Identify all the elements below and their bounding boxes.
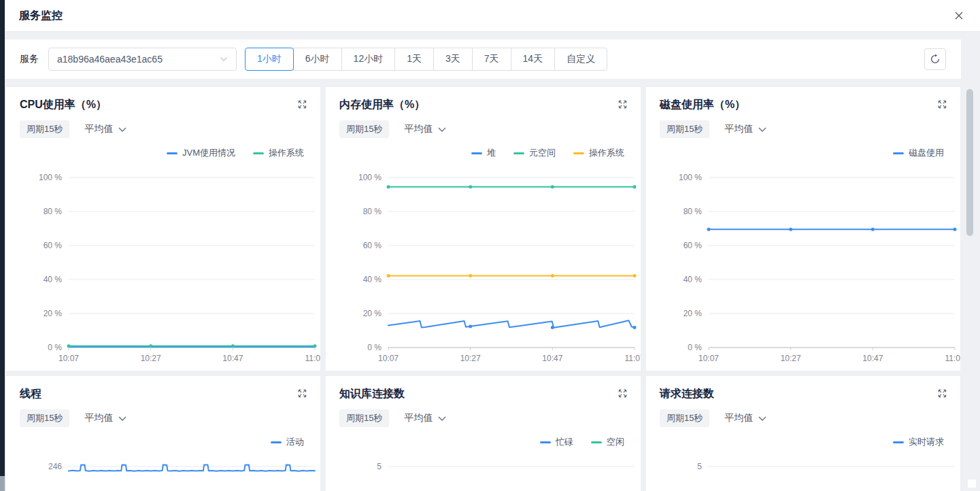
period-badge: 周期15秒 — [339, 120, 389, 138]
filter-toolbar: 服务 a18b96a46aea43e1ac65 1小时6小时12小时1天3天7天… — [5, 39, 961, 79]
aggregation-value: 平均值 — [404, 412, 433, 424]
aggregation-select[interactable]: 平均值 — [724, 412, 766, 424]
svg-text:11:07: 11:07 — [305, 354, 320, 363]
svg-text:10:07: 10:07 — [698, 354, 719, 363]
chart-panel-2: 磁盘使用率（%） 周期15秒 平均值 — [646, 87, 960, 371]
legend-label: 忙碌 — [556, 436, 573, 448]
svg-text:246: 246 — [48, 462, 62, 471]
legend-dash — [253, 152, 264, 154]
legend-item[interactable]: 堆 — [471, 147, 496, 159]
legend-label: 堆 — [487, 147, 496, 159]
expand-icon[interactable] — [938, 100, 947, 109]
time-range-button-1[interactable]: 6小时 — [293, 48, 342, 71]
legend-dash — [893, 441, 904, 443]
period-badge: 周期15秒 — [20, 409, 69, 427]
period-badge: 周期15秒 — [20, 120, 69, 138]
time-range-button-4[interactable]: 3天 — [433, 48, 473, 71]
legend-item[interactable]: 操作系统 — [573, 147, 624, 159]
legend-item[interactable]: 活动 — [271, 436, 304, 448]
svg-text:20 %: 20 % — [683, 309, 703, 318]
aggregation-value: 平均值 — [404, 123, 433, 135]
chart-legend: 磁盘使用 — [660, 146, 947, 160]
expand-icon[interactable] — [938, 389, 947, 398]
chevron-down-icon — [438, 416, 446, 421]
line-chart: 24610:0710:2710:4711:07 — [20, 453, 320, 491]
legend-label: 活动 — [286, 436, 304, 448]
svg-text:100 %: 100 % — [39, 173, 62, 182]
svg-text:100 %: 100 % — [679, 173, 702, 182]
chevron-down-icon — [438, 127, 446, 132]
expand-icon[interactable] — [618, 389, 627, 398]
legend-item[interactable]: 空闲 — [591, 436, 624, 448]
legend-item[interactable]: 元空间 — [513, 147, 556, 159]
time-range-button-5[interactable]: 7天 — [472, 48, 511, 71]
scrollbar-thumb[interactable] — [966, 89, 973, 236]
chart-panel-0: CPU使用率（%） 周期15秒 平均值 — [6, 87, 320, 371]
expand-icon[interactable] — [618, 100, 627, 109]
legend-item[interactable]: 实时请求 — [893, 436, 944, 448]
line-chart: 100 %80 %60 %40 %20 %0 %10:0710:2710:471… — [660, 164, 960, 368]
svg-text:80 %: 80 % — [683, 207, 703, 216]
svg-text:20 %: 20 % — [363, 309, 382, 318]
line-chart: 510:0710:2710:4711:07 — [660, 453, 960, 491]
time-range-button-7[interactable]: 自定义 — [554, 48, 607, 71]
period-badge: 周期15秒 — [339, 409, 389, 427]
svg-text:5: 5 — [377, 462, 382, 471]
legend-dash — [573, 152, 584, 154]
service-label: 服务 — [20, 53, 39, 65]
svg-text:11:07: 11:07 — [945, 354, 960, 363]
chart-title: 磁盘使用率（%） — [660, 98, 745, 112]
legend-label: 操作系统 — [269, 147, 304, 159]
svg-text:10:47: 10:47 — [862, 354, 883, 363]
chart-title: 内存使用率（%） — [339, 98, 425, 112]
legend-label: JVM使用情况 — [182, 147, 235, 159]
refresh-button[interactable] — [924, 48, 946, 70]
legend-item[interactable]: 操作系统 — [253, 147, 304, 159]
legend-dash — [471, 152, 482, 154]
expand-icon[interactable] — [298, 100, 307, 109]
chevron-down-icon — [118, 416, 126, 421]
legend-item[interactable]: 忙碌 — [540, 436, 573, 448]
chart-legend: 实时请求 — [660, 435, 947, 449]
legend-dash — [513, 152, 524, 154]
svg-text:60 %: 60 % — [44, 241, 63, 250]
chart-legend: 忙碌空闲 — [339, 435, 627, 449]
aggregation-select[interactable]: 平均值 — [84, 123, 126, 135]
chart-panel-4: 知识库连接数 周期15秒 平均值 忙 — [326, 376, 641, 491]
aggregation-value: 平均值 — [84, 123, 113, 135]
svg-text:60 %: 60 % — [683, 241, 703, 250]
left-edge-strip — [0, 0, 5, 491]
legend-item[interactable]: 磁盘使用 — [893, 147, 944, 159]
aggregation-select[interactable]: 平均值 — [404, 412, 446, 424]
time-range-button-6[interactable]: 14天 — [511, 48, 556, 71]
line-chart: 100 %80 %60 %40 %20 %0 %10:0710:2710:471… — [339, 164, 641, 368]
line-chart: 510:0710:2710:4711:07 — [339, 453, 641, 491]
legend-dash — [271, 441, 282, 443]
aggregation-value: 平均值 — [724, 412, 753, 424]
aggregation-select[interactable]: 平均值 — [84, 412, 126, 424]
chart-legend: 堆元空间操作系统 — [339, 146, 627, 160]
close-button[interactable] — [953, 10, 965, 22]
charts-grid: CPU使用率（%） 周期15秒 平均值 — [6, 87, 960, 491]
time-range-button-2[interactable]: 12小时 — [341, 48, 396, 71]
service-select[interactable]: a18b96a46aea43e1ac65 — [48, 48, 237, 71]
svg-text:11:07: 11:07 — [624, 354, 641, 363]
legend-dash — [893, 152, 904, 154]
aggregation-select[interactable]: 平均值 — [724, 123, 766, 135]
svg-text:5: 5 — [697, 462, 702, 471]
svg-text:60 %: 60 % — [363, 241, 382, 250]
chart-legend: JVM使用情况操作系统 — [20, 146, 307, 160]
expand-icon[interactable] — [298, 389, 307, 398]
time-range-button-3[interactable]: 1天 — [394, 48, 434, 71]
refresh-icon — [930, 54, 941, 65]
chevron-down-icon — [118, 127, 126, 132]
left-strip-footer — [0, 476, 5, 491]
svg-text:0 %: 0 % — [48, 343, 62, 352]
legend-item[interactable]: JVM使用情况 — [167, 147, 235, 159]
dashboard-content: 服务 a18b96a46aea43e1ac65 1小时6小时12小时1天3天7天… — [5, 31, 961, 491]
chart-panel-3: 线程 周期15秒 平均值 活动 — [6, 376, 320, 491]
time-range-button-0[interactable]: 1小时 — [245, 48, 294, 71]
legend-label: 实时请求 — [909, 436, 944, 448]
aggregation-select[interactable]: 平均值 — [404, 123, 446, 135]
page-title: 服务监控 — [19, 9, 63, 23]
